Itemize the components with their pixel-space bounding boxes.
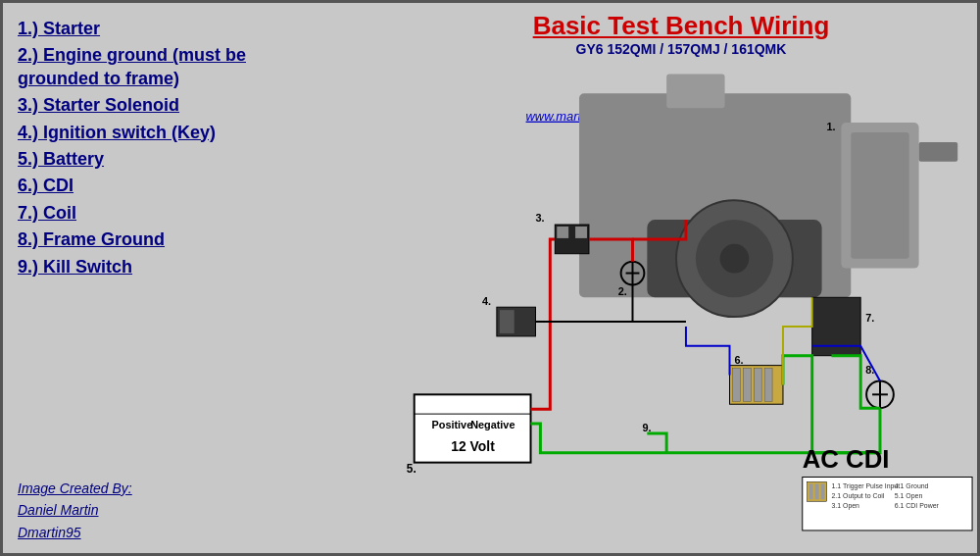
left-panel: 1.) Starter 2.) Engine ground (must begr… bbox=[3, 3, 385, 553]
svg-rect-25 bbox=[764, 369, 772, 402]
svg-text:3.: 3. bbox=[535, 212, 544, 224]
svg-text:4.1 Ground: 4.1 Ground bbox=[895, 482, 929, 489]
svg-text:1.1 Trigger Pulse Input: 1.1 Trigger Pulse Input bbox=[831, 482, 900, 490]
list-item: 1.) Starter bbox=[18, 18, 370, 40]
svg-text:2.: 2. bbox=[618, 285, 627, 297]
svg-text:AC CDI: AC CDI bbox=[803, 445, 890, 473]
list-item: 2.) Engine ground (must begrounded to fr… bbox=[18, 44, 370, 90]
right-panel: Basic Test Bench Wiring GY6 152QMI / 157… bbox=[385, 3, 977, 553]
blue-wire bbox=[686, 327, 730, 376]
main-container: 1.) Starter 2.) Engine ground (must begr… bbox=[0, 0, 980, 556]
svg-text:Negative: Negative bbox=[470, 419, 514, 430]
svg-rect-36 bbox=[809, 483, 813, 499]
svg-text:5.1 Open: 5.1 Open bbox=[895, 492, 923, 500]
svg-text:5.: 5. bbox=[407, 462, 416, 476]
list-item: 6.) CDI bbox=[18, 175, 370, 197]
svg-rect-20 bbox=[500, 310, 514, 333]
list-item: 8.) Frame Ground bbox=[18, 228, 370, 251]
list-item: 9.) Kill Switch bbox=[18, 256, 370, 278]
svg-rect-24 bbox=[754, 369, 761, 402]
parts-list: 1.) Starter 2.) Engine ground (must begr… bbox=[18, 18, 370, 282]
svg-text:12 Volt: 12 Volt bbox=[451, 438, 495, 454]
svg-text:9.: 9. bbox=[642, 422, 651, 433]
wiring-diagram: www.martinmopeds.com Positive Negative 1… bbox=[385, 3, 977, 553]
list-item: 5.) Battery bbox=[18, 148, 370, 171]
svg-text:6.: 6. bbox=[734, 354, 743, 366]
svg-text:1.: 1. bbox=[827, 121, 836, 132]
list-item: 4.) Ignition switch (Key) bbox=[18, 122, 370, 144]
creator-line2: Daniel Martin bbox=[18, 499, 370, 521]
svg-rect-14 bbox=[557, 227, 568, 238]
creator-line1: Image Created By: bbox=[18, 478, 370, 499]
svg-text:3.1 Open: 3.1 Open bbox=[831, 502, 859, 510]
creator-line3: Dmartin95 bbox=[18, 522, 370, 543]
svg-rect-38 bbox=[821, 483, 825, 499]
svg-rect-5 bbox=[666, 75, 724, 109]
svg-text:Positive: Positive bbox=[432, 419, 473, 430]
svg-point-4 bbox=[720, 244, 750, 274]
svg-text:7.: 7. bbox=[865, 312, 874, 324]
svg-text:2.1 Output to Coil: 2.1 Output to Coil bbox=[831, 492, 884, 500]
svg-text:6.1 CDI Power: 6.1 CDI Power bbox=[895, 502, 940, 509]
svg-rect-23 bbox=[743, 369, 751, 402]
svg-rect-15 bbox=[575, 227, 587, 238]
svg-rect-7 bbox=[851, 132, 908, 259]
creator-info: Image Created By: Daniel Martin Dmartin9… bbox=[18, 458, 370, 543]
svg-text:4.: 4. bbox=[482, 295, 491, 307]
svg-rect-37 bbox=[815, 483, 819, 499]
list-item: 3.) Starter Solenoid bbox=[18, 94, 370, 117]
svg-rect-8 bbox=[919, 142, 958, 162]
svg-rect-22 bbox=[732, 369, 740, 402]
list-item: 7.) Coil bbox=[18, 202, 370, 225]
yellow-wire bbox=[783, 297, 812, 384]
